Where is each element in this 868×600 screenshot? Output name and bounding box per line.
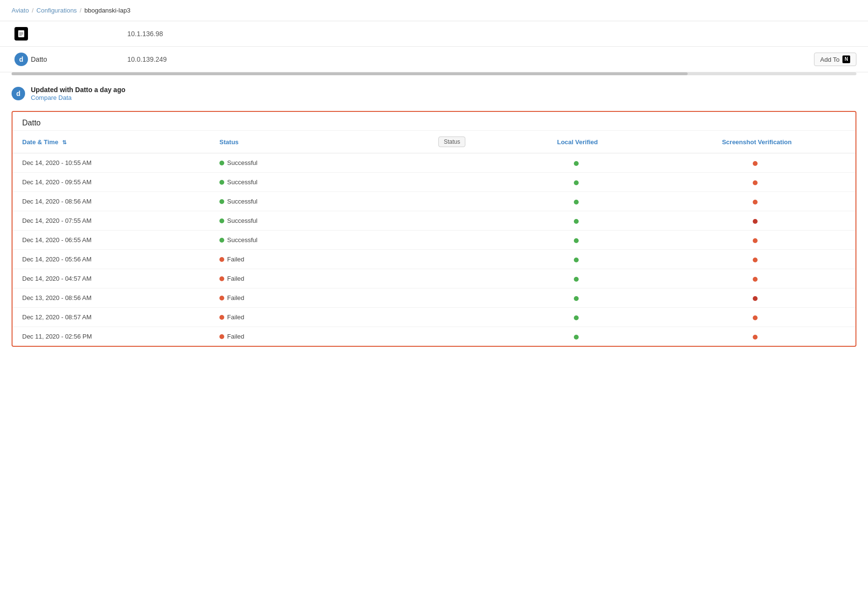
cell-screenshot-verification (658, 192, 855, 211)
status-dot (219, 334, 224, 339)
breadcrumb-current: bbogdanski-lap3 (84, 7, 130, 14)
breadcrumb-aviato[interactable]: Aviato (12, 7, 29, 14)
cell-local-verified (497, 308, 658, 327)
status-text: Failed (227, 314, 244, 321)
status-dot (219, 315, 224, 320)
cell-screenshot-verification (658, 308, 855, 327)
local-verified-dot (574, 315, 579, 320)
status-text: Successful (227, 178, 258, 186)
breadcrumb-sep-1: / (32, 7, 34, 14)
status-text: Failed (227, 294, 244, 301)
status-dot (219, 199, 224, 204)
datto-action-cell: Add To N (814, 53, 856, 66)
breadcrumb-configurations[interactable]: Configurations (37, 7, 77, 14)
col-header-status-filter: Status (407, 131, 497, 153)
status-text: Successful (227, 198, 258, 205)
status-dot (219, 218, 224, 223)
table-row: Dec 12, 2020 - 08:57 AMFailed (13, 308, 855, 327)
compare-data-link[interactable]: Compare Data (31, 94, 72, 101)
cell-status-btn (407, 308, 497, 327)
cell-screenshot-verification (658, 173, 855, 192)
status-filter-button[interactable]: Status (438, 136, 465, 147)
local-verified-dot (574, 161, 579, 166)
status-dot (219, 161, 224, 165)
update-section: d Updated with Datto a day ago Compare D… (0, 77, 868, 107)
cell-datetime: Dec 14, 2020 - 05:56 AM (13, 250, 210, 269)
table-row: Dec 14, 2020 - 10:55 AMSuccessful (13, 153, 855, 173)
notion-icon-cell (12, 27, 31, 41)
notion-small-icon: N (842, 55, 850, 63)
col-header-datetime[interactable]: Date & Time ⇅ (13, 131, 210, 153)
cell-local-verified (497, 250, 658, 269)
integration-row-notion: 10.1.136.98 (0, 21, 868, 47)
scrollbar-thumb (12, 72, 688, 75)
breadcrumb: Aviato / Configurations / bbogdanski-lap… (0, 0, 868, 21)
scrollbar-track[interactable] (12, 72, 856, 75)
status-text: Successful (227, 159, 258, 166)
local-verified-dot (574, 180, 579, 185)
cell-datetime: Dec 13, 2020 - 08:56 AM (13, 288, 210, 308)
status-text: Failed (227, 275, 244, 282)
cell-status-btn (407, 269, 497, 288)
cell-local-verified (497, 231, 658, 250)
table-header-row: Date & Time ⇅ Status Status Local Verifi… (13, 131, 855, 153)
cell-status-btn (407, 173, 497, 192)
cell-status: Successful (210, 231, 407, 250)
update-text: Updated with Datto a day ago Compare Dat… (31, 86, 125, 101)
cell-status-btn (407, 211, 497, 231)
local-verified-dot (574, 335, 579, 340)
table-row: Dec 11, 2020 - 02:56 PMFailed (13, 327, 855, 346)
cell-status-btn (407, 288, 497, 308)
cell-status-btn (407, 250, 497, 269)
local-verified-dot (574, 258, 579, 262)
notion-icon (14, 27, 28, 41)
status-text: Failed (227, 333, 244, 340)
cell-datetime: Dec 14, 2020 - 09:55 AM (13, 173, 210, 192)
cell-datetime: Dec 14, 2020 - 08:56 AM (13, 192, 210, 211)
status-text: Failed (227, 256, 244, 263)
table-row: Dec 14, 2020 - 09:55 AMSuccessful (13, 173, 855, 192)
table-title: Datto (13, 112, 855, 131)
notion-ip: 10.1.136.98 (127, 30, 856, 38)
table-row: Dec 14, 2020 - 04:57 AMFailed (13, 269, 855, 288)
datto-ip: 10.0.139.249 (127, 55, 814, 63)
screenshot-dot (753, 315, 758, 320)
status-text: Successful (227, 236, 258, 244)
cell-local-verified (497, 173, 658, 192)
cell-status-btn (407, 327, 497, 346)
col-header-status: Status (210, 131, 407, 153)
cell-screenshot-verification (658, 211, 855, 231)
cell-screenshot-verification (658, 153, 855, 173)
update-title: Updated with Datto a day ago (31, 86, 125, 94)
table-body: Dec 14, 2020 - 10:55 AMSuccessfulDec 14,… (13, 153, 855, 346)
cell-local-verified (497, 288, 658, 308)
table-row: Dec 14, 2020 - 06:55 AMSuccessful (13, 231, 855, 250)
cell-status: Successful (210, 211, 407, 231)
cell-status-btn (407, 153, 497, 173)
table-row: Dec 14, 2020 - 05:56 AMFailed (13, 250, 855, 269)
cell-datetime: Dec 14, 2020 - 07:55 AM (13, 211, 210, 231)
cell-screenshot-verification (658, 269, 855, 288)
status-dot (219, 276, 224, 281)
cell-status: Successful (210, 153, 407, 173)
breadcrumb-sep-2: / (80, 7, 81, 14)
screenshot-dot (753, 161, 758, 166)
main-table-section: Datto Date & Time ⇅ Status Status Local … (12, 111, 856, 347)
cell-local-verified (497, 153, 658, 173)
local-verified-dot (574, 219, 579, 224)
screenshot-dot (753, 258, 758, 262)
status-dot (219, 257, 224, 262)
screenshot-dot (753, 238, 758, 243)
screenshot-dot (753, 296, 758, 301)
cell-datetime: Dec 12, 2020 - 08:57 AM (13, 308, 210, 327)
cell-status-btn (407, 231, 497, 250)
add-to-button[interactable]: Add To N (814, 53, 856, 66)
cell-status: Failed (210, 250, 407, 269)
cell-datetime: Dec 14, 2020 - 10:55 AM (13, 153, 210, 173)
table-row: Dec 14, 2020 - 07:55 AMSuccessful (13, 211, 855, 231)
status-dot (219, 180, 224, 185)
cell-local-verified (497, 211, 658, 231)
datto-icon-cell: d (12, 53, 31, 66)
screenshot-dot (753, 180, 758, 185)
update-datto-icon: d (12, 87, 25, 100)
